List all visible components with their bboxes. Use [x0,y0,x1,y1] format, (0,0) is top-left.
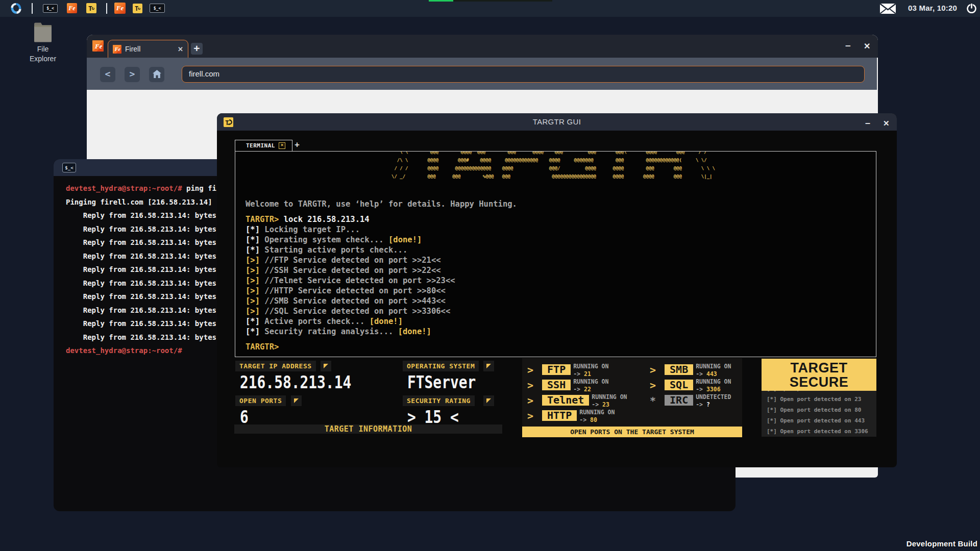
terminal-line: Reply from 216.58.213.14: bytes [66,263,216,277]
development-build-watermark: Development Build [906,539,977,548]
console-line: [*] Active ports check... [done!] [246,316,517,327]
mail-icon[interactable] [880,4,896,14]
target-ip-value: 216.58.213.14 [240,372,351,392]
targtr-window-title: TARGTR GUI [217,117,897,126]
console-line: Welcome to TARGTR, use ‘help’ for detail… [246,199,517,209]
port-name-chip: FTP [542,364,571,375]
terminal-line: Pinging firell.com [216.58.213.14] [66,195,216,209]
targtr-minimize-button[interactable]: – [865,118,870,129]
operating-system-value: FTServer [407,372,476,392]
terminal-line: Reply from 216.58.213.14: bytes [66,304,216,317]
console-line: [>] //Telnet Service detected on port >>… [246,276,517,286]
taskbar-terminal-running-icon[interactable]: $_< [150,4,165,13]
taskbar-targtr-running-icon[interactable]: T↻ [133,4,142,13]
port-prompt: * [650,395,656,406]
port-meta: RUNNING ON-> 80 [579,409,615,423]
terminal-line: Reply from 216.58.213.14: bytes [66,277,216,290]
port-name-chip: IRC [665,395,693,406]
forward-button[interactable]: > [125,67,140,82]
port-row-sql[interactable]: >SQLRUNNING ON-> 3306 [650,380,731,393]
targtr-terminal-viewport[interactable]: \ \ @@@ @@@@ @@@ @@@ @@@@ @@@ @@@ @@@\ @… [235,151,876,357]
folder-icon [34,21,52,42]
port-row-irc[interactable]: *IRCUNDETECTED-> ? [650,395,731,408]
port-meta: RUNNING ON-> 21 [573,363,608,378]
target-secure-banner: TARGETSECURE [762,359,876,391]
open-ports-panel: >FTPRUNNING ON-> 21>SSHRUNNING ON-> 22>T… [522,358,742,437]
taskbar-firell-running-icon[interactable]: Fe [114,3,126,14]
port-row-telnet[interactable]: >TelnetRUNNING ON-> 23 [527,395,627,408]
targtr-close-button[interactable]: ✕ [883,119,890,128]
console-line: [*] Security rating analysis... [done!] [246,327,517,337]
address-bar[interactable]: firell.com [182,66,865,83]
port-row-http[interactable]: >HTTPRUNNING ON-> 80 [527,410,615,423]
console-line: TARGTR> lock 216.58.213.14 [246,214,517,224]
port-name-chip: HTTP [542,410,577,421]
terminal-line: Reply from 216.58.213.14: bytes [66,331,216,344]
targtr-new-tab-button[interactable]: + [295,140,300,150]
desktop-icon-label: FileExplorer [20,44,65,64]
console-line: [*] Starting active ports check... [246,245,517,255]
new-tab-button[interactable]: + [191,43,203,55]
flag-icon[interactable] [321,361,331,371]
taskbar-separator [106,3,107,14]
flag-icon[interactable] [483,361,494,371]
terminal-output[interactable]: devtest_hydra@strap:~root/# ping fiPingi… [66,182,216,358]
flag-icon[interactable] [483,395,494,406]
targtr-tab-close-icon[interactable]: ✕ [279,142,285,149]
terminal-app-icon: $_< [62,163,76,172]
targtr-window: T TARGTR GUI – ✕ TERMINAL ✕ + \ \ @@@ @@… [217,113,897,467]
console-line: [>] //HTTP Service detected on port >>80… [246,286,517,296]
home-button[interactable] [149,67,164,82]
port-prompt: > [527,380,533,391]
console-line: TARGTR> [246,342,517,352]
desktop-icon-file-explorer[interactable]: FileExplorer [20,21,65,64]
terminal-line: Reply from 216.58.213.14: bytes [66,317,216,331]
taskbar-targtr-icon[interactable]: T↻ [86,3,96,13]
terminal-line: devtest_hydra@strap:~root/# ping fi [66,182,216,195]
console-line: [*] Operating system check... [done!] [246,235,517,245]
port-row-smb[interactable]: >SMBRUNNING ON-> 443 [650,364,731,378]
port-prompt: > [527,395,533,406]
targtr-console-output: Welcome to TARGTR, use ‘help’ for detail… [246,199,517,352]
console-line: [>] //SSH Service detected on port >>22<… [246,265,517,276]
target-secure-panel: [*] Open port detected on 21 [*] Open po… [762,359,876,437]
open-ports-value: 6 [240,407,249,427]
browser-title-bar[interactable]: Fe Fe Firell ✕ + – ✕ [87,35,878,58]
terminal-line: Reply from 216.58.213.14: bytes [66,209,216,222]
targtr-title-bar[interactable]: T TARGTR GUI – ✕ [217,113,897,131]
target-information-footer: TARGET INFORMATION [234,424,502,434]
targtr-tab-terminal[interactable]: TERMINAL ✕ [235,140,292,152]
taskbar-firell-icon[interactable]: Fe [67,3,77,13]
flag-icon[interactable] [291,395,302,406]
taskbar-terminal-icon[interactable]: $_< [43,4,58,13]
port-name-chip: SMB [665,364,693,375]
clock: 03 Mar, 10:20 [908,4,957,12]
taskbar-separator [32,3,33,14]
security-rating-value: > 15 < [407,407,459,427]
port-row-ssh[interactable]: >SSHRUNNING ON-> 22 [527,380,608,393]
svg-text:Fe: Fe [114,46,121,52]
browser-minimize-button[interactable]: – [845,40,851,51]
port-meta: RUNNING ON-> 443 [696,363,731,378]
browser-tab-firell[interactable]: Fe Firell ✕ [108,40,188,58]
target-ip-label: TARGET IP ADDRESS [235,361,316,371]
os-logo-icon[interactable] [10,3,22,14]
operating-system-label: OPERATING SYSTEM [403,361,479,371]
console-line: [>] //SQL Service detected on port >>330… [246,306,517,316]
port-meta: RUNNING ON-> 3306 [696,379,731,393]
open-ports-label: OPEN PORTS [235,395,286,406]
terminal-line: Reply from 216.58.213.14: bytes [66,236,216,249]
browser-close-button[interactable]: ✕ [864,41,870,51]
open-ports-footer: OPEN PORTS ON THE TARGET SYSTEM [522,427,742,437]
console-line: [>] //SMB Service detected on port >>443… [246,296,517,306]
top-progress-bar-fill [429,0,453,2]
top-bar: $_< Fe T↻ Fe T↻ $_< 03 Mar, 10:20 [0,0,980,17]
port-name-chip: Telnet [542,395,589,406]
tab-close-icon[interactable]: ✕ [178,45,183,53]
security-rating-label: SECURITY RATING [403,395,475,406]
port-row-ftp[interactable]: >FTPRUNNING ON-> 21 [527,364,608,378]
terminal-line: devtest_hydra@strap:~root/# [66,344,216,358]
power-icon[interactable] [967,4,976,13]
terminal-line: Reply from 216.58.213.14: bytes [66,249,216,263]
back-button[interactable]: < [100,67,115,82]
